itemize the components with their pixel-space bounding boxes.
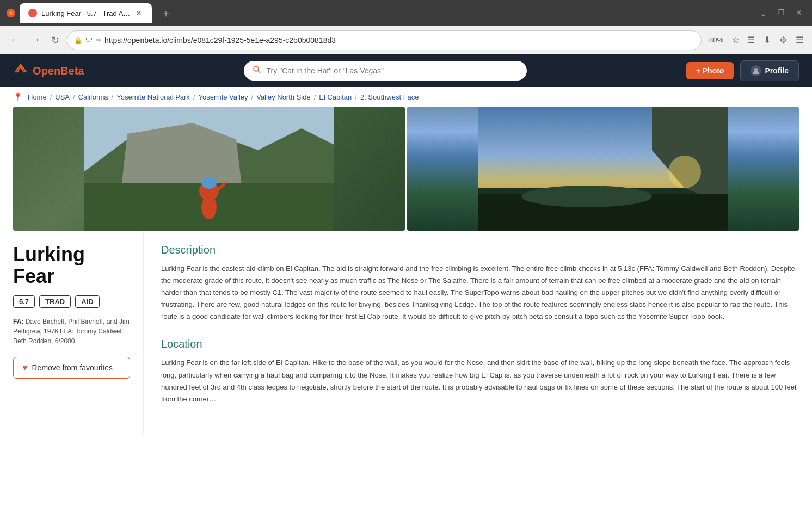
search-bar-wrapper xyxy=(95,61,675,81)
profile-avatar-icon xyxy=(751,65,761,76)
fa-info: FA: Dave Bircheff, Phil Bircheff, and Ji… xyxy=(13,317,130,346)
logo[interactable]: OpenBeta xyxy=(13,61,84,80)
grade-tags: 5.7 TRAD AID xyxy=(13,295,130,308)
browser-tab[interactable]: Lurking Fear · 5.7 · Trad A… ✕ xyxy=(20,3,152,23)
shield-icon: 🛡 xyxy=(85,36,93,44)
climb-title: Lurking Fear xyxy=(13,244,130,287)
breadcrumb-sep-6: / xyxy=(314,93,316,101)
nav-extra-icons: ☰ ⬇ ⚙ ☰ xyxy=(745,33,805,47)
browser-chrome: Lurking Fear · 5.7 · Trad A… ✕ ＋ ⌄ ❐ ✕ ←… xyxy=(0,0,812,54)
favourite-label: Remove from favourites xyxy=(32,363,113,372)
photos-section xyxy=(0,107,812,231)
reload-button[interactable]: ↻ xyxy=(48,32,63,48)
header-actions: + Photo Profile xyxy=(686,60,799,81)
browser-title-bar: Lurking Fear · 5.7 · Trad A… ✕ ＋ ⌄ ❐ ✕ xyxy=(0,0,812,26)
right-panel: Description Lurking Fear is the easiest … xyxy=(144,231,799,434)
breadcrumb-home[interactable]: Home xyxy=(28,93,47,101)
add-photo-button[interactable]: + Photo xyxy=(686,62,734,79)
breadcrumb-usa[interactable]: USA xyxy=(55,93,70,101)
svg-point-19 xyxy=(521,186,652,207)
pocket-icon[interactable]: ☰ xyxy=(745,33,757,47)
search-bar[interactable] xyxy=(244,61,527,81)
description-text: Lurking Fear is the easiest aid climb on… xyxy=(161,263,799,323)
download-icon[interactable]: ⬇ xyxy=(761,33,773,47)
breadcrumb-sep-7: / xyxy=(355,93,357,101)
tab-title: Lurking Fear · 5.7 · Trad A… xyxy=(41,9,130,17)
description-title: Description xyxy=(161,244,799,256)
breadcrumb-el-capitan[interactable]: El Capitan xyxy=(319,93,352,101)
search-input[interactable] xyxy=(267,66,518,75)
grade-tag: 5.7 xyxy=(13,295,35,308)
close-icon[interactable]: ✕ xyxy=(792,8,805,18)
zoom-level[interactable]: 80% xyxy=(706,35,727,45)
left-panel: Lurking Fear 5.7 TRAD AID FA: Dave Birch… xyxy=(13,231,144,434)
tab-close-button[interactable]: ✕ xyxy=(134,8,143,18)
breadcrumb-sep-4: / xyxy=(193,93,195,101)
location-title: Location xyxy=(161,338,799,350)
profile-label: Profile xyxy=(765,66,789,75)
lock-icon: 🔒 xyxy=(74,36,82,44)
edit-icon: ✏ xyxy=(96,36,101,44)
type-aid-tag: AID xyxy=(75,295,99,308)
svg-point-1 xyxy=(9,11,13,15)
type-trad-tag: TRAD xyxy=(39,295,71,308)
breadcrumb: 📍 Home / USA / California / Yosemite Nat… xyxy=(0,87,812,107)
address-bar-container[interactable]: 🔒 🛡 ✏ xyxy=(67,30,702,50)
svg-point-18 xyxy=(668,156,701,188)
fa-label: FA: xyxy=(13,318,23,325)
restore-icon[interactable]: ❐ xyxy=(774,8,788,18)
heart-icon: ♥ xyxy=(22,363,28,373)
breadcrumb-sep-1: / xyxy=(50,93,52,101)
search-icon xyxy=(253,65,261,76)
svg-point-11 xyxy=(201,195,217,219)
photo-left-image xyxy=(13,107,405,231)
tab-favicon-icon xyxy=(28,9,37,17)
svg-point-12 xyxy=(201,177,217,189)
window-controls: ⌄ ❐ ✕ xyxy=(756,8,805,18)
forward-button[interactable]: → xyxy=(27,32,44,48)
photo-right[interactable] xyxy=(407,107,799,231)
breadcrumb-southwest-face[interactable]: 2. Southwest Face xyxy=(360,93,419,101)
browser-nav-bar: ← → ↻ 🔒 🛡 ✏ 80% ☆ ☰ ⬇ ⚙ ☰ xyxy=(0,26,812,54)
remove-favourite-button[interactable]: ♥ Remove from favourites xyxy=(13,357,130,379)
breadcrumb-sep-3: / xyxy=(112,93,114,101)
minimize-icon[interactable]: ⌄ xyxy=(756,8,770,18)
logo-text: OpenBeta xyxy=(33,65,84,77)
bookmark-icon[interactable]: ☆ xyxy=(731,34,741,46)
breadcrumb-sep-2: / xyxy=(73,93,75,101)
logo-icon xyxy=(13,61,28,80)
fa-text: Dave Bircheff, Phil Bircheff, and Jim Pe… xyxy=(13,318,130,345)
photo-left[interactable] xyxy=(13,107,405,231)
svg-line-4 xyxy=(258,71,260,73)
extensions-icon[interactable]: ⚙ xyxy=(777,33,789,47)
profile-button[interactable]: Profile xyxy=(740,60,799,81)
firefox-favicon-icon xyxy=(7,9,15,17)
breadcrumb-yosemite-valley[interactable]: Yosemite Valley xyxy=(199,93,248,101)
app-header: OpenBeta + Photo Profile xyxy=(0,54,812,87)
photo-right-image xyxy=(407,107,799,231)
breadcrumb-valley-north-side[interactable]: Valley North Side xyxy=(256,93,310,101)
menu-icon[interactable]: ☰ xyxy=(793,33,805,47)
new-tab-button[interactable]: ＋ xyxy=(156,4,176,23)
location-text: Lurking Fear is on the far left side of … xyxy=(161,357,799,405)
location-pin-icon: 📍 xyxy=(13,92,22,101)
svg-point-2 xyxy=(30,11,35,15)
back-button[interactable]: ← xyxy=(7,32,23,48)
breadcrumb-california[interactable]: California xyxy=(78,93,108,101)
main-content: Lurking Fear 5.7 TRAD AID FA: Dave Birch… xyxy=(0,231,812,434)
address-input[interactable] xyxy=(104,36,694,45)
breadcrumb-sep-5: / xyxy=(251,93,254,101)
breadcrumb-yosemite-national-park[interactable]: Yosemite National Park xyxy=(116,93,190,101)
